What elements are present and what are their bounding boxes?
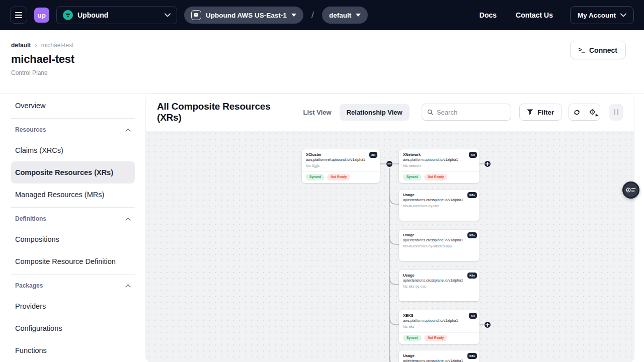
gear-play-icon: ⚙▶	[589, 109, 596, 116]
sidebar-item-functions[interactable]: Functions	[11, 339, 135, 361]
search-icon	[427, 109, 433, 116]
node-title: XEKS	[403, 313, 475, 318]
node-title: Usage	[403, 353, 475, 358]
group-selector[interactable]: default	[322, 7, 368, 24]
graph-edges	[146, 131, 634, 362]
sidebar-item-claims-xrcs[interactable]: Claims (XRCs)	[11, 139, 135, 161]
node-kind-badge: K8s	[467, 273, 477, 279]
node-api-version: aws.platform.upbound.io/v1alpha1	[403, 157, 475, 162]
top-navbar: up Upbound Upbound AWS US-East-1 / defau…	[0, 0, 644, 30]
docs-link[interactable]: Docs	[473, 11, 503, 19]
status-badge-not-ready: Not Ready	[424, 335, 447, 341]
refresh-icon	[573, 109, 581, 116]
search-input[interactable]	[437, 109, 506, 116]
graph-node-xnetwork[interactable]: XNetworkaws.platform.upbound.io/v1alpha1…	[399, 149, 479, 183]
path-separator: /	[310, 10, 315, 21]
sidebar-item-configurations[interactable]: Configurations	[11, 317, 135, 339]
node-resource-name: fds-network	[403, 164, 475, 167]
tab-relationship-view[interactable]: Relationship View	[340, 104, 410, 121]
node-api-version: aws.platformref.upbound.io/v1alpha1	[306, 157, 376, 162]
body-row: OverviewResourcesClaims (XRCs)Composite …	[0, 94, 644, 362]
sidebar: OverviewResourcesClaims (XRCs)Composite …	[0, 94, 146, 362]
refresh-button[interactable]	[569, 104, 585, 120]
graph-node-usage-flux[interactable]: Usageapiextensions.crossplane.io/v1alpha…	[399, 190, 479, 221]
graph-node-xeks[interactable]: XEKSaws.platform.upbound.io/v1alpha1fds-…	[399, 310, 479, 344]
app-screen: up Upbound Upbound AWS US-East-1 / defau…	[0, 0, 644, 362]
chevron-down-icon	[165, 13, 171, 17]
graph-actions-group: ⚙▶	[569, 104, 600, 121]
status-badge-synced: Synced	[403, 174, 422, 180]
node-resource-name: fds-lb-controller-by-labeled-app	[403, 244, 475, 248]
page-header: default › michael-test michael-test Cont…	[0, 30, 644, 94]
org-avatar-icon	[63, 10, 73, 20]
control-plane-selector[interactable]: Upbound AWS US-East-1	[184, 7, 303, 24]
my-account-menu[interactable]: My Account	[570, 6, 634, 24]
expand-node-button-1[interactable]	[484, 321, 491, 328]
chevron-up-icon	[125, 284, 131, 288]
org-selector-label: Upbound	[77, 11, 160, 19]
breadcrumb-current: michael-test	[41, 42, 74, 49]
sidebar-item-compositions[interactable]: Compositions	[11, 228, 135, 250]
breadcrumb: default › michael-test	[11, 41, 626, 49]
control-plane-icon	[191, 10, 201, 20]
sidebar-item-composite-resource-definition[interactable]: Composite Resource Definition	[11, 250, 135, 273]
sidebar-section-resources[interactable]: Resources	[11, 120, 135, 139]
connect-button[interactable]: >_ Connect	[570, 41, 626, 59]
node-title: XNetwork	[403, 152, 475, 157]
node-kind-badge: XR	[469, 313, 477, 319]
node-api-version: apiextensions.crossplane.io/v1alpha1	[403, 198, 475, 202]
expand-node-button-0[interactable]	[484, 160, 491, 167]
node-kind-badge: K8s	[467, 192, 477, 198]
chevron-up-icon	[125, 128, 131, 132]
node-resource-name: fds-eks	[403, 325, 475, 328]
sidebar-item-managed-resources-mrs[interactable]: Managed Resources (MRs)	[11, 184, 135, 206]
node-kind-badge: XR	[369, 152, 377, 158]
upbound-logo[interactable]: up	[34, 8, 49, 23]
terminal-icon: >_	[579, 47, 585, 54]
filter-button[interactable]: Filter	[519, 104, 561, 121]
collapse-node-button[interactable]	[386, 160, 393, 167]
node-kind-badge: K8s	[467, 232, 477, 238]
caret-down-icon	[356, 14, 361, 17]
sidebar-item-overview[interactable]: Overview	[11, 95, 135, 117]
sidebar-section-definitions[interactable]: Definitions	[11, 209, 135, 228]
filter-funnel-icon	[527, 109, 533, 115]
status-badge-not-ready: Not Ready	[327, 174, 350, 180]
sidebar-section-packages[interactable]: Packages	[11, 276, 135, 295]
sidebar-divider	[11, 207, 135, 208]
breadcrumb-root[interactable]: default	[11, 42, 31, 49]
sidebar-item-providers[interactable]: Providers	[11, 295, 135, 317]
graph-node-xcluster[interactable]: XClusteraws.platformref.upbound.io/v1alp…	[302, 149, 380, 183]
graph-node-usage-eks-oss[interactable]: Usageapiextensions.crossplane.io/v1alpha…	[399, 270, 479, 301]
node-title: Usage	[403, 233, 475, 238]
legend-icon	[626, 187, 636, 194]
status-badge-synced: Synced	[306, 174, 325, 180]
pause-button[interactable]	[609, 104, 623, 121]
hamburger-icon	[15, 12, 22, 13]
graph-node-usage-bottom[interactable]: Usageapiextensions.crossplane.io/v1alpha…	[399, 350, 479, 362]
caret-down-icon	[291, 14, 296, 17]
page-title: michael-test	[11, 53, 626, 66]
graph-legend-button[interactable]	[622, 182, 639, 199]
org-selector-dropdown[interactable]: Upbound	[56, 6, 177, 24]
node-api-version: apiextensions.crossplane.io/v1alpha1	[403, 238, 475, 242]
sidebar-item-composite-resources-xrs[interactable]: Composite Resources (XRs)	[11, 161, 135, 184]
status-badge-not-ready: Not Ready	[424, 174, 447, 180]
node-api-version: aws.platform.upbound.io/v1alpha1	[403, 318, 475, 323]
page-subtitle: Control Plane	[11, 69, 626, 76]
pause-icon	[614, 109, 615, 115]
node-title: Usage	[403, 273, 475, 278]
sidebar-divider	[11, 118, 135, 119]
auto-run-settings-button[interactable]: ⚙▶	[585, 104, 600, 120]
tab-list-view[interactable]: List View	[296, 104, 339, 121]
hamburger-menu-button[interactable]	[10, 7, 27, 24]
status-badge-synced: Synced	[403, 335, 422, 341]
contact-us-link[interactable]: Contact Us	[510, 11, 559, 19]
graph-node-usage-labeled-app[interactable]: Usageapiextensions.crossplane.io/v1alpha…	[399, 230, 479, 261]
view-toggle: List View Relationship View	[296, 104, 410, 121]
my-account-label: My Account	[578, 12, 616, 19]
node-title: Usage	[403, 193, 475, 198]
group-selector-label: default	[329, 12, 351, 19]
node-api-version: apiextensions.crossplane.io/v1alpha1	[403, 278, 475, 283]
node-resource-name: foo-6jgjb	[306, 164, 376, 167]
